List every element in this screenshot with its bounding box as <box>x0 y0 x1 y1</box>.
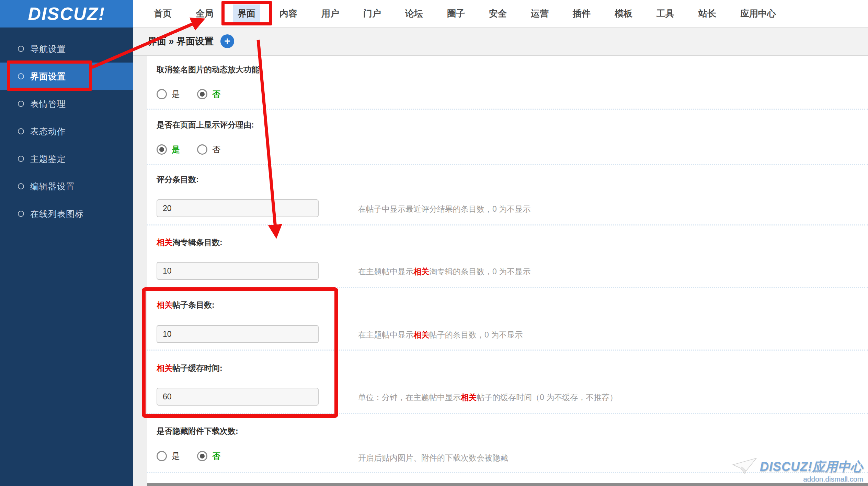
radio-no-label: 否 <box>212 451 220 462</box>
field-hint: 单位：分钟，在主题帖中显示相关帖子的缓存时间（0 为不缓存，不推荐） <box>358 392 617 403</box>
radio-no[interactable] <box>197 451 207 461</box>
breadcrumb-section: 界面 <box>148 36 166 46</box>
sidebar-item-label: 表情管理 <box>30 98 66 110</box>
field-hint: 开启后贴内图片、附件的下载次数会被隐藏 <box>358 453 508 463</box>
row-divider <box>147 224 868 225</box>
nav-tab-forum[interactable]: 论坛 <box>400 4 428 22</box>
nav-tab-security[interactable]: 安全 <box>484 4 512 22</box>
field-hint: 在主题帖中显示相关帖子的条目数，0 为不显示 <box>358 330 523 340</box>
sidebar-item-label: 主题鉴定 <box>30 153 66 165</box>
related-collection-input[interactable] <box>157 262 319 280</box>
radio-yes-label: 是 <box>172 144 180 155</box>
circle-icon <box>18 156 24 162</box>
watermark-title: DISCUZ!应用中心 <box>760 459 863 475</box>
circle-icon <box>18 211 24 217</box>
row-divider <box>147 287 868 288</box>
field-label: 相关帖子条目数: <box>157 300 215 310</box>
watermark: DISCUZ!应用中心 addon.dismall.com <box>732 457 863 483</box>
settings-form-panel: 取消签名图片的动态放大功能: 是 否 是否在页面上显示评分理由: 是 否 评分条… <box>147 56 868 486</box>
rate-entries-input[interactable] <box>157 199 319 217</box>
sidebar-item-editor-settings[interactable]: 编辑器设置 <box>0 173 133 200</box>
nav-tab-group[interactable]: 圈子 <box>442 4 470 22</box>
nav-tab-templates[interactable]: 模板 <box>610 4 637 22</box>
nav-tab-portal[interactable]: 门户 <box>358 4 386 22</box>
radio-group: 是 否 <box>157 144 220 155</box>
row-divider <box>147 350 868 351</box>
field-label: 是否在页面上显示评分理由: <box>157 120 254 130</box>
row-divider <box>147 164 868 165</box>
radio-no[interactable] <box>197 144 207 155</box>
circle-icon <box>18 46 24 52</box>
sidebar-item-interface-settings[interactable]: 界面设置 <box>0 63 133 90</box>
breadcrumb-page: 界面设置 <box>176 36 214 46</box>
nav-tab-global[interactable]: 全局 <box>191 4 218 22</box>
circle-icon <box>18 128 24 134</box>
nav-tab-webmaster[interactable]: 站长 <box>694 4 721 22</box>
breadcrumb: 界面 » 界面设置 <box>148 35 214 47</box>
radio-no-label: 否 <box>212 144 220 155</box>
add-favorite-button[interactable]: + <box>220 34 234 48</box>
related-posts-input[interactable] <box>157 325 319 343</box>
field-label: 取消签名图片的动态放大功能: <box>157 64 262 75</box>
row-divider <box>147 109 868 110</box>
related-posts-cache-input[interactable] <box>157 388 319 406</box>
radio-yes-label: 是 <box>172 89 180 100</box>
sidebar-item-label: 导航设置 <box>30 43 66 55</box>
sidebar-item-label: 编辑器设置 <box>30 181 75 192</box>
radio-no[interactable] <box>197 89 207 99</box>
top-navigation: 首页 全局 界面 内容 用户 门户 论坛 圈子 安全 运营 插件 模板 工具 站… <box>133 0 868 27</box>
field-hint: 在主题帖中显示相关淘专辑的条目数，0 为不显示 <box>358 266 530 277</box>
sidebar: 导航设置 界面设置 表情管理 表态动作 主题鉴定 编辑器设置 在线列表图标 <box>0 27 133 486</box>
field-hint: 在帖子中显示最近评分结果的条目数，0 为不显示 <box>358 204 530 214</box>
radio-yes[interactable] <box>157 89 167 99</box>
radio-no-label: 否 <box>212 89 220 100</box>
nav-tab-tools[interactable]: 工具 <box>652 4 679 22</box>
radio-group: 是 否 <box>157 451 220 462</box>
nav-tab-appcenter[interactable]: 应用中心 <box>735 4 781 22</box>
discuz-logo: DISCUZ! <box>28 3 105 24</box>
field-label: 相关淘专辑条目数: <box>157 237 222 248</box>
logo-block: DISCUZ! <box>0 0 133 27</box>
radio-group: 是 否 <box>157 89 220 100</box>
sidebar-item-thread-identify[interactable]: 主题鉴定 <box>0 145 133 173</box>
sidebar-item-mood-actions[interactable]: 表态动作 <box>0 118 133 145</box>
nav-tab-interface[interactable]: 界面 <box>233 4 260 22</box>
sidebar-item-smiley-management[interactable]: 表情管理 <box>0 90 133 118</box>
radio-yes-label: 是 <box>172 451 180 462</box>
field-label: 评分条目数: <box>157 174 199 185</box>
content-left-gutter <box>133 56 147 486</box>
sidebar-item-online-list-icons[interactable]: 在线列表图标 <box>0 200 133 228</box>
breadcrumb-separator: » <box>169 36 174 46</box>
nav-tab-home[interactable]: 首页 <box>149 4 176 22</box>
top-bar: DISCUZ! 首页 全局 界面 内容 用户 门户 论坛 圈子 安全 运营 插件… <box>0 0 868 27</box>
circle-icon <box>18 183 24 189</box>
sidebar-item-label: 在线列表图标 <box>30 208 84 220</box>
sidebar-item-nav-settings[interactable]: 导航设置 <box>0 35 133 63</box>
field-label: 相关帖子缓存时间: <box>157 363 222 374</box>
row-divider <box>147 413 868 414</box>
bottom-edge-bar <box>147 483 868 486</box>
paper-plane-icon <box>732 457 758 476</box>
circle-icon <box>18 101 24 107</box>
radio-yes[interactable] <box>157 144 167 155</box>
circle-icon <box>18 73 24 79</box>
nav-tab-users[interactable]: 用户 <box>317 4 344 22</box>
nav-tab-content[interactable]: 内容 <box>275 4 302 22</box>
field-label: 是否隐藏附件下载次数: <box>157 426 238 437</box>
sidebar-item-label: 表态动作 <box>30 126 66 137</box>
radio-yes[interactable] <box>157 451 167 461</box>
nav-tab-plugins[interactable]: 插件 <box>568 4 595 22</box>
nav-tab-operation[interactable]: 运营 <box>526 4 553 22</box>
sidebar-item-label: 界面设置 <box>30 71 66 82</box>
breadcrumb-bar: 界面 » 界面设置 + <box>133 27 868 56</box>
